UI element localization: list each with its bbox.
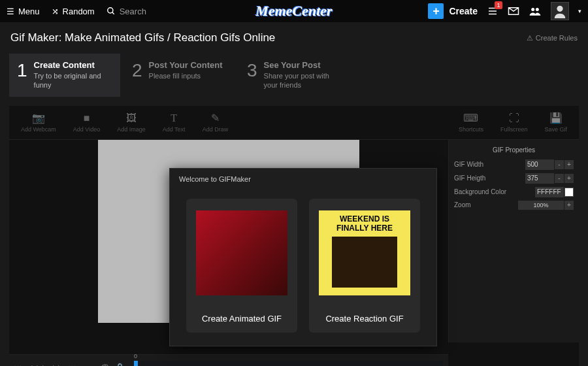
search-label: Search (120, 7, 146, 16)
step-1[interactable]: 1 Create Content Try to be original and … (9, 54, 120, 97)
friends-button[interactable] (529, 7, 542, 16)
fullscreen-tool[interactable]: ⛶Fullscreen (495, 110, 533, 135)
height-label: GIF Heigth (454, 175, 485, 182)
people-icon (529, 7, 542, 16)
step-3[interactable]: 3 See Your Post Share your post with you… (239, 54, 350, 97)
skip-end-icon[interactable]: ⏭ (69, 363, 76, 366)
lock-icon[interactable]: 🔒 (115, 363, 125, 366)
top-nav: ☰ Menu ⤨ Random Search MemeCenter + Crea… (0, 0, 588, 22)
search-button[interactable]: Search (106, 7, 146, 16)
reaction-thumb: WEEKEND IS FINALLY HERE (319, 210, 410, 295)
svg-point-7 (557, 6, 563, 12)
playhead[interactable] (134, 361, 138, 366)
step-title: Create Content (34, 60, 112, 70)
bg-color-swatch[interactable] (564, 188, 574, 197)
site-logo[interactable]: MemeCenter (255, 3, 332, 20)
notification-badge: 1 (495, 1, 502, 9)
video-icon: ■ (80, 112, 93, 124)
avatar-dropdown-icon[interactable]: ▾ (578, 8, 581, 14)
plus-icon: + (428, 3, 444, 19)
messages-button[interactable] (508, 7, 519, 16)
hamburger-icon: ☰ (7, 7, 14, 16)
timeline-controls: ⏮ ◀◀ ▶ ▶▶ ⏭ 👁 🔒 0 (9, 354, 448, 366)
skip-start-icon[interactable]: ⏮ (14, 363, 22, 366)
shuffle-icon: ⤨ (52, 7, 59, 16)
editor-toolbar: 📷Add Webcam ■Add Video 🖼Add Image TAdd T… (9, 106, 579, 140)
image-icon: 🖼 (125, 112, 138, 124)
create-rules-link[interactable]: ⚠ Create Rules (527, 34, 578, 42)
properties-panel: GIF Properties GIF Width - + GIF Heigth … (448, 140, 579, 342)
search-icon (106, 7, 116, 16)
step-title: See Your Post (264, 60, 342, 70)
mail-icon (508, 7, 519, 16)
bg-color-input[interactable] (535, 187, 564, 197)
play-icon[interactable]: ▶ (42, 363, 48, 366)
create-animated-gif-card[interactable]: Create Animated GIF (186, 199, 297, 333)
keyboard-icon: ⌨ (465, 112, 478, 124)
step-subtitle: Share your post with your friends (264, 71, 342, 90)
avatar-icon (553, 4, 567, 18)
animated-label: Create Animated GIF (194, 314, 289, 324)
height-minus[interactable]: - (555, 174, 564, 183)
page-title: Gif Maker: Make Animated Gifs / Reaction… (10, 31, 275, 44)
add-image-tool[interactable]: 🖼Add Image (112, 110, 151, 135)
create-reaction-gif-card[interactable]: WEEKEND IS FINALLY HERE Create Reaction … (309, 199, 420, 333)
svg-point-0 (107, 8, 112, 13)
step-2[interactable]: 2 Post Your Content Please fill inputs (124, 54, 235, 97)
welcome-modal: Welcome to GIFMaker Create Animated GIF … (169, 168, 437, 346)
svg-point-6 (536, 8, 539, 11)
width-plus[interactable]: + (564, 160, 574, 169)
visibility-icon[interactable]: 👁 (101, 362, 110, 366)
add-video-tool[interactable]: ■Add Video (68, 110, 105, 135)
step-subtitle: Try to be original and funny (34, 71, 112, 90)
random-button[interactable]: ⤨ Random (52, 7, 95, 16)
next-frame-icon[interactable]: ▶▶ (53, 363, 63, 366)
save-icon: 💾 (549, 112, 563, 124)
reaction-caption-1: WEEKEND IS (340, 214, 389, 224)
bg-label: Background Color (454, 188, 506, 195)
random-label: Random (63, 7, 95, 16)
step-number: 1 (17, 60, 27, 90)
shortcuts-tool[interactable]: ⌨Shortcuts (453, 110, 489, 135)
expand-icon: ⛶ (508, 112, 521, 124)
notifications-button[interactable]: 1 (487, 5, 498, 17)
prev-frame-icon[interactable]: ◀◀ (27, 363, 37, 366)
reaction-label: Create Reaction GIF (317, 314, 412, 324)
svg-rect-4 (489, 14, 497, 15)
menu-label: Menu (18, 7, 40, 16)
svg-line-1 (112, 12, 114, 14)
text-icon: T (167, 112, 180, 124)
step-number: 3 (247, 60, 257, 90)
editor-panel: 📷Add Webcam ■Add Video 🖼Add Image TAdd T… (9, 106, 579, 366)
create-button[interactable]: + Create (428, 3, 478, 19)
panel-title: GIF Properties (454, 144, 574, 156)
camera-icon: 📷 (32, 112, 45, 124)
warning-icon: ⚠ (527, 34, 533, 42)
step-title: Post Your Content (149, 60, 223, 70)
svg-rect-3 (489, 10, 497, 12)
add-text-tool[interactable]: TAdd Text (157, 110, 191, 135)
brush-icon: ✎ (208, 112, 221, 124)
wizard-steps: 1 Create Content Try to be original and … (0, 54, 588, 97)
width-input[interactable] (525, 159, 554, 170)
zoom-slider[interactable]: 100% (518, 201, 564, 210)
reaction-inner-image (332, 237, 397, 288)
create-label: Create (449, 6, 478, 16)
page-header: Gif Maker: Make Animated Gifs / Reaction… (0, 22, 588, 54)
width-label: GIF Width (454, 161, 483, 168)
reaction-caption-2: FINALLY HERE (336, 224, 393, 233)
add-webcam-tool[interactable]: 📷Add Webcam (16, 110, 61, 135)
menu-button[interactable]: ☰ Menu (7, 7, 40, 16)
animated-thumb (196, 210, 287, 295)
rules-label: Create Rules (536, 34, 578, 42)
save-gif-tool[interactable]: 💾Save Gif (539, 110, 572, 135)
timeline-track[interactable]: 0 (134, 361, 443, 366)
user-avatar[interactable] (551, 2, 569, 20)
zoom-label: Zoom (454, 201, 471, 208)
zoom-plus[interactable]: + (564, 201, 574, 210)
add-draw-tool[interactable]: ✎Add Draw (197, 110, 234, 135)
width-minus[interactable]: - (555, 160, 564, 169)
step-number: 2 (132, 60, 142, 90)
height-input[interactable] (525, 173, 554, 184)
height-plus[interactable]: + (564, 174, 574, 183)
